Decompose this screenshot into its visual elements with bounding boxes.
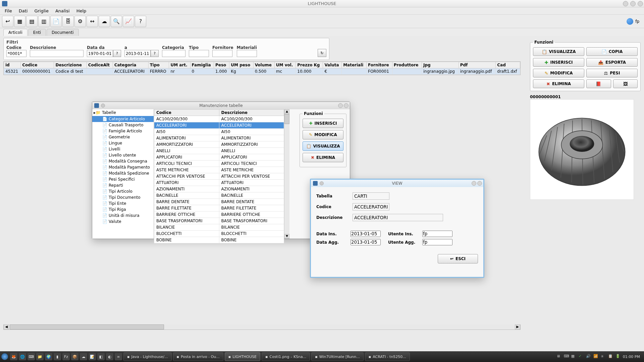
tree-item[interactable]: 📄 Geometrie <box>92 134 154 140</box>
list-v-scroll[interactable]: ▲ ▼ <box>284 109 289 239</box>
menu-file[interactable]: File <box>1 8 15 14</box>
table-header[interactable]: Materiali <box>342 62 367 68</box>
menu-griglie[interactable]: Griglie <box>31 8 52 14</box>
dropbox-icon[interactable]: ☁ <box>80 353 87 360</box>
tables-tree[interactable]: ▸📁 Tabelle 📄 Categorie Articolo📄 Causali… <box>92 109 154 239</box>
view-titlebar[interactable]: VIEW <box>311 180 483 187</box>
refresh-button[interactable]: ↻ <box>318 49 326 57</box>
tables-list[interactable]: Codice Descrizione AC100/200/300AC100/20… <box>154 109 296 239</box>
table-header[interactable]: Codice <box>21 62 54 68</box>
tree-root[interactable]: ▸📁 Tabelle <box>92 109 154 116</box>
maximize-button[interactable] <box>630 1 636 6</box>
taskbar-task[interactable]: ▪Costi1.png – KSna... <box>262 352 310 361</box>
pesi-button[interactable]: ⚖PESI <box>586 69 638 77</box>
table-header[interactable]: id <box>4 62 21 68</box>
list-row[interactable]: BACINELLEBACINELLE <box>154 192 284 199</box>
view-minimize-button[interactable] <box>472 181 476 186</box>
manut-elimina-button[interactable]: ✖ELIMINA <box>303 153 343 162</box>
tree-item[interactable]: 📄 Pesi Specifici <box>92 176 154 182</box>
taskbar-task[interactable]: ▪Java - Lighthouse/... <box>123 352 172 361</box>
app2-icon[interactable]: ◐ <box>106 353 113 360</box>
table-header[interactable]: Famiglia <box>190 62 214 68</box>
list-header-descrizione[interactable]: Descrizione <box>219 110 284 116</box>
list-row[interactable]: BARRE FILETTATEBARRE FILETTATE <box>154 205 284 212</box>
inserisci-button[interactable]: ✚INSERISCI <box>533 58 584 67</box>
elimina-button[interactable]: ✖ELIMINA <box>533 79 584 88</box>
manut-modifica-button[interactable]: ✎MODIFICA <box>303 130 343 139</box>
scroll-thumb[interactable] <box>10 324 164 329</box>
start-button[interactable] <box>1 353 8 360</box>
table-header[interactable]: Pdf <box>459 62 496 68</box>
filter-descrizione-input[interactable] <box>30 50 84 57</box>
bt-icon[interactable]: ⚹ <box>601 354 606 359</box>
table-header[interactable]: Fornitore <box>367 62 392 68</box>
manutenzione-titlebar[interactable]: Manutenzione tabelle <box>92 102 350 109</box>
exit-icon[interactable]: ↩ <box>2 16 13 27</box>
table-header[interactable]: Produttore <box>392 62 422 68</box>
db-icon[interactable]: 🗄 <box>62 16 74 27</box>
tree-item[interactable]: 📄 Modalità Pagamento <box>92 164 154 170</box>
scroll-left-button[interactable]: ◀ <box>4 324 9 329</box>
list-row[interactable]: BARRIERE OTTICHEBARRIERE OTTICHE <box>154 212 284 218</box>
filter-tipo-input[interactable] <box>189 50 209 57</box>
sub-minimize-button[interactable] <box>338 103 343 108</box>
monitor-icon[interactable]: 🖥 <box>556 354 562 359</box>
taskbar-task[interactable]: ▪LIGHTHOUSE <box>225 352 260 361</box>
date-picker-a-button[interactable]: ? <box>151 50 159 57</box>
tree-item[interactable]: 📄 Categorie Articolo <box>92 116 154 122</box>
table-header[interactable]: UM vol. <box>274 62 296 68</box>
table-header[interactable]: Descrizione <box>54 62 87 68</box>
tree-item[interactable]: 📄 Livelli <box>92 146 154 152</box>
list-row[interactable]: ANELLIANELLI <box>154 148 284 154</box>
list-row[interactable]: BOBINEBOBINE <box>154 237 284 243</box>
list-row[interactable]: ARTICOLI TECNICIARTICOLI TECNICI <box>154 161 284 167</box>
filter-codice-input[interactable] <box>6 50 26 57</box>
globe-icon[interactable]: 🌍 <box>45 353 52 360</box>
firefox-icon[interactable]: 🦊 <box>10 353 17 360</box>
list-row[interactable]: AI50AI50 <box>154 129 284 135</box>
table-header[interactable]: Prezzo Kg <box>296 62 323 68</box>
table-row[interactable]: 4532100000000001Codice di testACCELERATO… <box>4 68 520 75</box>
tree-item[interactable]: 📄 Causali Trasporto <box>92 122 154 128</box>
list-row[interactable]: BILANCIEBILANCIE <box>154 224 284 231</box>
keyboard-icon[interactable]: ⌨ <box>564 354 569 359</box>
list-row[interactable]: AC100/200/300AC100/200/300 <box>154 116 284 122</box>
filter-data-da-input[interactable] <box>87 50 113 57</box>
scroll-down-button[interactable]: ▼ <box>284 234 289 239</box>
volume-icon[interactable]: 🔊 <box>586 354 591 359</box>
table-header[interactable]: Valuta <box>323 62 342 68</box>
table-header[interactable]: Cad <box>496 62 520 68</box>
list-row[interactable]: ATTUATORIATTUATORI <box>154 180 284 186</box>
filter-categoria-input[interactable] <box>162 50 185 57</box>
list-row[interactable]: ALIMENTATORIALIMENTATORI <box>154 135 284 141</box>
graph-icon[interactable]: ⚙ <box>74 16 86 27</box>
cpu-icon[interactable]: ▦ <box>571 354 577 359</box>
tree-item[interactable]: 📄 Valute <box>92 219 154 225</box>
list-row[interactable]: BLOCCHETTIBLOCCHETTI <box>154 231 284 237</box>
tree-item[interactable]: 📄 Unità di misura <box>92 213 154 219</box>
tree-item[interactable]: 📄 Tipi Articolo <box>92 188 154 194</box>
tab-enti[interactable]: Enti <box>28 29 46 36</box>
grid-icon[interactable]: ▤ <box>26 16 38 27</box>
left-icon[interactable]: ↔ <box>87 16 98 27</box>
date-picker-da-button[interactable]: ? <box>113 50 121 57</box>
table-header[interactable]: Categoria <box>113 62 148 68</box>
clip-icon[interactable]: 📋 <box>608 354 613 359</box>
esporta-button[interactable]: 📤ESPORTA <box>586 58 638 67</box>
list-row[interactable]: BARRE DENTATEBARRE DENTATE <box>154 199 284 205</box>
scroll-right-button[interactable]: ▶ <box>515 324 520 329</box>
filter-data-a-input[interactable] <box>124 50 151 57</box>
table-header[interactable]: Jpg <box>422 62 459 68</box>
tree-item[interactable]: 📄 Tipi Documento <box>92 194 154 200</box>
tree-item[interactable]: 📄 Modalità Spedizione <box>92 170 154 176</box>
app1-icon[interactable]: ◧ <box>97 353 105 360</box>
table-icon[interactable]: ▥ <box>38 16 50 27</box>
view-close-button[interactable] <box>477 181 482 186</box>
articles-table[interactable]: idCodiceDescrizioneCodiceAltCategoriaTip… <box>3 61 521 75</box>
tree-item[interactable]: 📄 Modalità Consegna <box>92 158 154 164</box>
close-button[interactable] <box>638 1 643 6</box>
tab-documenti[interactable]: Documenti <box>47 29 79 36</box>
rollup-icon[interactable] <box>320 181 324 185</box>
edit-icon[interactable]: 📝 <box>89 353 96 360</box>
pdf-button[interactable]: 📕 <box>586 79 611 88</box>
